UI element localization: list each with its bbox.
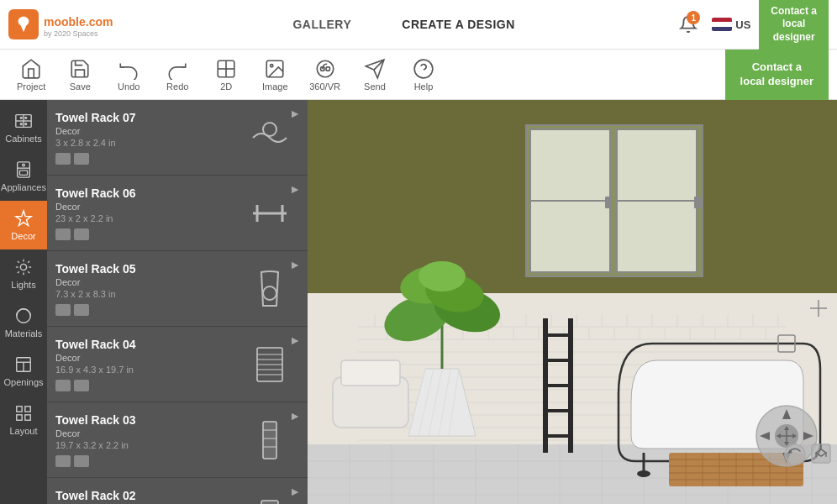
product-dims-3: 16.9 x 4.3 x 19.7 in xyxy=(55,365,240,375)
undo-button[interactable]: Undo xyxy=(106,55,151,95)
product-dims-0: 3 x 2.8 x 2.4 in xyxy=(55,138,240,148)
svg-rect-53 xyxy=(263,422,276,459)
product-info-icon-4[interactable] xyxy=(74,455,89,467)
product-info-0: Towel Rack 07 Decor 3 x 2.8 x 2.4 in xyxy=(55,111,240,165)
product-edit-icon-2[interactable] xyxy=(55,304,71,316)
contact-toolbar-button[interactable]: Contact alocal designer xyxy=(725,50,829,100)
product-info-icon-0[interactable] xyxy=(74,153,89,165)
svg-point-46 xyxy=(263,286,276,300)
logo-text: mooble.com by 2020 Spaces xyxy=(44,11,113,38)
product-name-3: Towel Rack 04 xyxy=(55,338,240,351)
product-edit-icon-3[interactable] xyxy=(55,380,71,391)
svg-rect-57 xyxy=(261,501,278,505)
product-item-0[interactable]: Towel Rack 07 Decor 3 x 2.8 x 2.4 in ► xyxy=(47,100,308,176)
sidebar-item-layout[interactable]: Layout xyxy=(0,396,47,444)
product-name-0: Towel Rack 07 xyxy=(55,111,240,124)
toolbar: Project Save Undo Redo 2D xyxy=(0,50,837,100)
header: mooble.com by 2020 Spaces GALLERY CREATE… xyxy=(0,0,837,50)
svg-point-10 xyxy=(414,60,433,78)
3d-viewport[interactable] xyxy=(308,100,837,504)
svg-point-178 xyxy=(785,444,805,465)
product-edit-icon-4[interactable] xyxy=(55,455,71,467)
product-dims-1: 23 x 2 x 2.2 in xyxy=(55,213,240,223)
product-name-4: Towel Rack 03 xyxy=(55,413,240,427)
region-button[interactable]: US xyxy=(712,18,750,31)
nav-center: GALLERY CREATE A DESIGN xyxy=(134,18,673,31)
sidebar-nav: Cabinets Appliances Decor xyxy=(0,100,47,504)
logo-main: mooble.com xyxy=(44,11,113,29)
product-info-icon-1[interactable] xyxy=(74,228,89,240)
product-arrow-4: ► xyxy=(289,409,301,423)
logo-area: mooble.com by 2020 Spaces xyxy=(0,9,134,39)
nav-right: 1 US Contact alocaldesigner xyxy=(673,0,837,50)
product-name-5: Towel Rack 02 xyxy=(55,489,240,502)
product-actions-3 xyxy=(55,380,240,391)
product-item-5[interactable]: Towel Rack 02 Decor 11.8 x 2 x 2 in ► ⇧ xyxy=(47,478,308,504)
save-button[interactable]: Save xyxy=(57,55,103,95)
product-item-2[interactable]: Towel Rack 05 Decor 7.3 x 2 x 8.3 in ► xyxy=(47,251,308,327)
nav-create-design[interactable]: CREATE A DESIGN xyxy=(402,18,515,31)
svg-point-4 xyxy=(271,64,273,66)
sidebar-item-decor[interactable]: Decor xyxy=(0,201,47,249)
product-info-1: Towel Rack 06 Decor 23 x 2 x 2.2 in xyxy=(55,186,240,240)
svg-line-28 xyxy=(18,261,19,263)
svg-rect-39 xyxy=(25,415,30,420)
svg-rect-165 xyxy=(341,360,400,386)
product-item-1[interactable]: Towel Rack 06 Decor 23 x 2 x 2.2 in ► xyxy=(47,176,308,251)
product-info-4: Towel Rack 03 Decor 19.7 x 3.2 x 2.2 in xyxy=(55,413,240,467)
product-item-4[interactable]: Towel Rack 03 Decor 19.7 x 3.2 x 2.2 in … xyxy=(47,402,308,478)
product-info-icon-3[interactable] xyxy=(74,380,89,391)
product-info-icon-2[interactable] xyxy=(74,304,89,316)
sidebar-item-appliances[interactable]: Appliances xyxy=(0,152,47,201)
2d-button[interactable]: 2D xyxy=(203,55,249,95)
svg-point-15 xyxy=(20,117,22,118)
product-dims-2: 7.3 x 2 x 8.3 in xyxy=(55,289,240,299)
vr-button[interactable]: 360/VR xyxy=(301,55,349,95)
svg-rect-22 xyxy=(19,171,27,176)
image-button[interactable]: Image xyxy=(252,55,297,95)
scene-svg xyxy=(308,100,837,504)
product-info-5: Towel Rack 02 Decor 11.8 x 2 x 2 in xyxy=(55,489,240,505)
logo-icon xyxy=(8,9,39,39)
help-button[interactable]: Help xyxy=(401,55,446,95)
product-arrow-1: ► xyxy=(289,182,301,196)
product-arrow-0: ► xyxy=(289,107,301,120)
notification-badge: 1 xyxy=(687,11,700,24)
product-dims-4: 19.7 x 3.2 x 2.2 in xyxy=(55,440,240,450)
product-list: Towel Rack 07 Decor 3 x 2.8 x 2.4 in ► T… xyxy=(47,100,308,504)
product-name-2: Towel Rack 05 xyxy=(55,262,240,276)
product-info-2: Towel Rack 05 Decor 7.3 x 2 x 8.3 in xyxy=(55,262,240,316)
svg-line-30 xyxy=(18,271,19,273)
product-edit-icon-1[interactable] xyxy=(55,228,71,240)
notification-button[interactable]: 1 xyxy=(673,9,703,39)
redo-button[interactable]: Redo xyxy=(155,55,200,95)
sidebar-item-materials[interactable]: Materials xyxy=(0,298,47,347)
product-actions-2 xyxy=(55,304,240,316)
svg-point-5 xyxy=(317,60,334,77)
svg-rect-40 xyxy=(58,155,68,163)
product-edit-icon-0[interactable] xyxy=(55,153,71,165)
project-button[interactable]: Project xyxy=(8,55,54,95)
send-button[interactable]: Send xyxy=(352,55,397,95)
sidebar-item-lights[interactable]: Lights xyxy=(0,249,47,298)
product-item-3[interactable]: Towel Rack 04 Decor 16.9 x 4.3 x 19.7 in xyxy=(47,327,308,402)
svg-line-31 xyxy=(28,261,29,263)
svg-rect-36 xyxy=(17,407,22,412)
svg-point-16 xyxy=(20,123,22,125)
main-area: Cabinets Appliances Decor xyxy=(0,100,837,504)
svg-rect-37 xyxy=(25,407,30,412)
sidebar-item-cabinets[interactable]: Cabinets xyxy=(0,103,47,152)
svg-rect-41 xyxy=(76,155,87,163)
svg-rect-126 xyxy=(605,197,612,208)
product-category-4: Decor xyxy=(55,428,240,438)
svg-point-23 xyxy=(20,264,26,270)
contact-designer-button[interactable]: Contact alocaldesigner xyxy=(759,0,829,50)
svg-point-138 xyxy=(418,261,466,291)
svg-rect-127 xyxy=(694,197,701,208)
svg-point-21 xyxy=(23,164,25,166)
sidebar-item-openings[interactable]: Openings xyxy=(0,347,47,396)
product-arrow-3: ► xyxy=(289,333,301,347)
product-category-3: Decor xyxy=(55,353,240,363)
product-category-2: Decor xyxy=(55,277,240,287)
nav-gallery[interactable]: GALLERY xyxy=(292,18,351,31)
